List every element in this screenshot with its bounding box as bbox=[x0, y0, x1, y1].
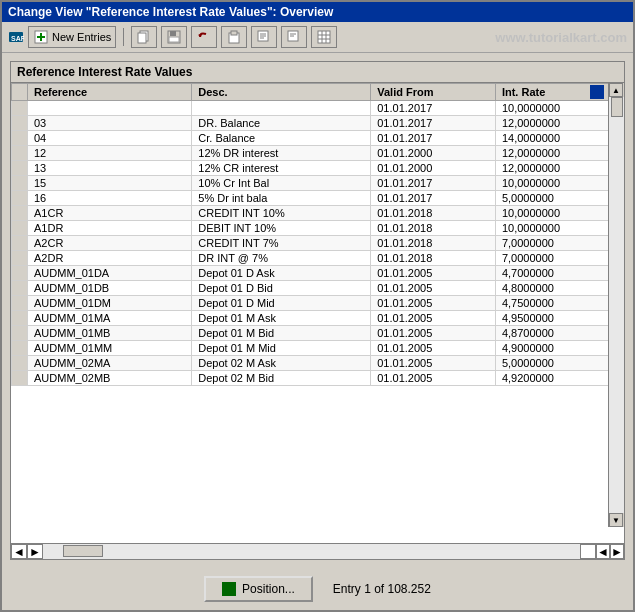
table-row[interactable]: AUDMM_01MBDepot 01 M Bid01.01.20054,8700… bbox=[12, 326, 624, 341]
table-row[interactable]: 1212% DR interest01.01.200012,0000000 bbox=[12, 146, 624, 161]
table-row[interactable]: A2CRCREDIT INT 7%01.01.20187,0000000 bbox=[12, 236, 624, 251]
vertical-scrollbar[interactable]: ▲ ▼ bbox=[608, 83, 624, 527]
cell-valid_from: 01.01.2005 bbox=[371, 356, 496, 371]
table-row[interactable]: A1DRDEBIT INT 10%01.01.201810,0000000 bbox=[12, 221, 624, 236]
table-row[interactable]: A2DRDR INT @ 7%01.01.20187,0000000 bbox=[12, 251, 624, 266]
cell-valid_from: 01.01.2018 bbox=[371, 236, 496, 251]
new-entries-button[interactable]: New Entries bbox=[28, 26, 116, 48]
row-selector bbox=[12, 236, 28, 251]
scroll-track-v bbox=[609, 97, 624, 513]
cell-valid_from: 01.01.2005 bbox=[371, 326, 496, 341]
scroll-left-button[interactable]: ◄ bbox=[11, 544, 27, 559]
h-scroll-left-button[interactable]: ◄ bbox=[596, 544, 610, 559]
cell-valid_from: 01.01.2018 bbox=[371, 251, 496, 266]
cell-desc: 12% CR interest bbox=[192, 161, 371, 176]
scroll-thumb-v[interactable] bbox=[611, 97, 623, 117]
cell-valid_from: 01.01.2005 bbox=[371, 296, 496, 311]
h-scroll-right-button[interactable]: ► bbox=[610, 544, 624, 559]
table-row[interactable]: 165% Dr int bala01.01.20175,0000000 bbox=[12, 191, 624, 206]
cell-desc: Depot 01 M Ask bbox=[192, 311, 371, 326]
row-selector bbox=[12, 101, 28, 116]
table-row[interactable]: AUDMM_01DBDepot 01 D Bid01.01.20054,8000… bbox=[12, 281, 624, 296]
cell-valid_from: 01.01.2017 bbox=[371, 131, 496, 146]
table-row[interactable]: AUDMM_01DMDepot 01 D Mid01.01.20054,7500… bbox=[12, 296, 624, 311]
cell-reference: AUDMM_01DB bbox=[28, 281, 192, 296]
new-entries-icon bbox=[33, 29, 49, 45]
col-header-int-rate: Int. Rate bbox=[495, 84, 623, 101]
cell-desc: DR. Balance bbox=[192, 116, 371, 131]
cell-int_rate: 7,0000000 bbox=[495, 236, 623, 251]
cell-int_rate: 14,0000000 bbox=[495, 131, 623, 146]
row-selector bbox=[12, 281, 28, 296]
filter-button[interactable] bbox=[281, 26, 307, 48]
row-selector bbox=[12, 131, 28, 146]
position-button[interactable]: Position... bbox=[204, 576, 313, 602]
cell-int_rate: 4,9200000 bbox=[495, 371, 623, 386]
scroll-up-button[interactable]: ▲ bbox=[609, 83, 623, 97]
cell-valid_from: 01.01.2017 bbox=[371, 101, 496, 116]
cell-desc: CREDIT INT 7% bbox=[192, 236, 371, 251]
save-button[interactable] bbox=[161, 26, 187, 48]
cell-valid_from: 01.01.2000 bbox=[371, 161, 496, 176]
svg-rect-6 bbox=[138, 33, 146, 43]
cell-int_rate: 5,0000000 bbox=[495, 191, 623, 206]
table-row[interactable]: 01.01.201710,0000000 bbox=[12, 101, 624, 116]
copy-button[interactable] bbox=[131, 26, 157, 48]
table-row[interactable]: 1510% Cr Int Bal01.01.201710,0000000 bbox=[12, 176, 624, 191]
position-icon bbox=[222, 582, 236, 596]
cell-desc: DEBIT INT 10% bbox=[192, 221, 371, 236]
toolbar: SAP New Entries bbox=[2, 22, 633, 53]
scroll-corner bbox=[580, 544, 596, 559]
scroll-thumb-h[interactable] bbox=[63, 545, 103, 557]
table-row[interactable]: AUDMM_02MBDepot 02 M Bid01.01.20054,9200… bbox=[12, 371, 624, 386]
table-row[interactable]: 03DR. Balance01.01.201712,0000000 bbox=[12, 116, 624, 131]
cell-desc: Depot 01 D Mid bbox=[192, 296, 371, 311]
table-row[interactable]: AUDMM_01MADepot 01 M Ask01.01.20054,9500… bbox=[12, 311, 624, 326]
cell-reference: A1CR bbox=[28, 206, 192, 221]
table-row[interactable]: A1CRCREDIT INT 10%01.01.201810,0000000 bbox=[12, 206, 624, 221]
table-title: Reference Interest Rate Values bbox=[11, 62, 624, 83]
cell-reference: A1DR bbox=[28, 221, 192, 236]
find-button[interactable] bbox=[251, 26, 277, 48]
cell-reference: AUDMM_01DM bbox=[28, 296, 192, 311]
cell-int_rate: 10,0000000 bbox=[495, 101, 623, 116]
cell-valid_from: 01.01.2005 bbox=[371, 371, 496, 386]
table-row[interactable]: AUDMM_02MADepot 02 M Ask01.01.20055,0000… bbox=[12, 356, 624, 371]
grid-settings-icon[interactable] bbox=[590, 85, 604, 99]
cell-valid_from: 01.01.2005 bbox=[371, 311, 496, 326]
table-header-row: Reference Desc. Valid From Int. Rate bbox=[12, 84, 624, 101]
row-selector bbox=[12, 221, 28, 236]
table-row[interactable]: AUDMM_01DADepot 01 D Ask01.01.20054,7000… bbox=[12, 266, 624, 281]
paste-button[interactable] bbox=[221, 26, 247, 48]
cell-desc: 5% Dr int bala bbox=[192, 191, 371, 206]
cell-desc: DR INT @ 7% bbox=[192, 251, 371, 266]
cell-reference: 04 bbox=[28, 131, 192, 146]
paste-icon bbox=[226, 29, 242, 45]
cell-desc: CREDIT INT 10% bbox=[192, 206, 371, 221]
cell-int_rate: 7,0000000 bbox=[495, 251, 623, 266]
svg-rect-8 bbox=[170, 31, 176, 36]
row-selector bbox=[12, 191, 28, 206]
row-selector bbox=[12, 161, 28, 176]
cell-reference: 15 bbox=[28, 176, 192, 191]
cell-desc: 12% DR interest bbox=[192, 146, 371, 161]
cell-reference: AUDMM_01MA bbox=[28, 311, 192, 326]
row-selector-header bbox=[12, 84, 28, 101]
cell-reference: AUDMM_02MA bbox=[28, 356, 192, 371]
extra-button-1[interactable] bbox=[311, 26, 337, 48]
table-row[interactable]: AUDMM_01MMDepot 01 M Mid01.01.20054,9000… bbox=[12, 341, 624, 356]
scroll-down-button[interactable]: ▼ bbox=[609, 513, 623, 527]
row-selector bbox=[12, 326, 28, 341]
cell-valid_from: 01.01.2005 bbox=[371, 266, 496, 281]
cell-int_rate: 10,0000000 bbox=[495, 176, 623, 191]
table-row[interactable]: 04Cr. Balance01.01.201714,0000000 bbox=[12, 131, 624, 146]
undo-button[interactable] bbox=[191, 26, 217, 48]
row-selector bbox=[12, 206, 28, 221]
svg-rect-20 bbox=[318, 31, 330, 43]
cell-valid_from: 01.01.2017 bbox=[371, 176, 496, 191]
scroll-right-inner[interactable]: ► bbox=[27, 544, 43, 559]
table-row[interactable]: 1312% CR interest01.01.200012,0000000 bbox=[12, 161, 624, 176]
entry-info: Entry 1 of 108.252 bbox=[333, 582, 431, 596]
cell-reference: A2CR bbox=[28, 236, 192, 251]
cell-int_rate: 12,0000000 bbox=[495, 146, 623, 161]
